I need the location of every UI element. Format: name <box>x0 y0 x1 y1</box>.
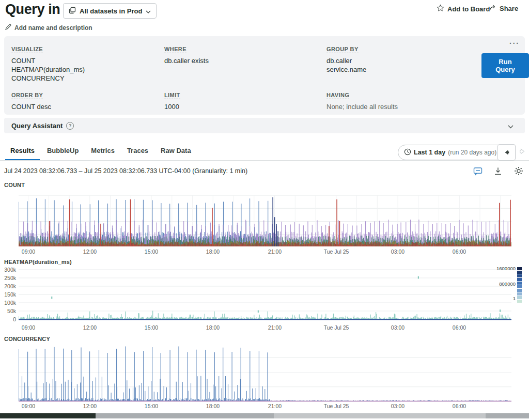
count-chart[interactable] <box>19 194 511 247</box>
tab-metrics[interactable]: Metrics <box>86 143 120 161</box>
heatmap-chart[interactable] <box>19 266 511 322</box>
add-to-board-button[interactable]: Add to Board <box>437 4 490 13</box>
visualize-value[interactable]: COUNT <box>11 56 85 65</box>
having-clause[interactable]: HAVING None; include all results <box>326 90 398 111</box>
heatmap-x-axis: 09:0012:0015:0018:0021:00Tue Jul 2503:00… <box>19 324 511 332</box>
having-label: HAVING <box>326 92 349 99</box>
concurrency-chart-title: CONCURRENCY <box>4 336 50 342</box>
where-clause[interactable]: WHERE db.caller exists <box>164 44 209 65</box>
x-tick-label: 06:00 <box>453 248 466 255</box>
x-tick-label: 06:00 <box>453 324 466 331</box>
concurrency-x-axis: 09:0012:0015:0018:0021:00Tue Jul 2503:00… <box>19 403 511 410</box>
legend-swatch <box>517 278 522 281</box>
share-button[interactable]: Share <box>489 4 518 12</box>
next-query-button[interactable] <box>518 148 526 157</box>
x-tick-label: 03:00 <box>391 324 404 331</box>
share-icon <box>489 4 496 12</box>
visualize-label: VISUALIZE <box>11 46 43 53</box>
x-tick-label: 06:00 <box>453 403 466 409</box>
tab-results[interactable]: Results <box>5 143 40 161</box>
concurrency-chart[interactable] <box>19 343 511 402</box>
tabbar-divider <box>0 160 529 161</box>
x-tick-label: 18:00 <box>206 248 220 255</box>
results-table-edge-segment <box>0 413 96 418</box>
order-by-clause[interactable]: ORDER BY COUNT desc <box>11 90 51 111</box>
visualize-value[interactable]: CONCURRENCY <box>11 74 85 83</box>
previous-query-button[interactable] <box>497 144 516 161</box>
x-tick-label: 18:00 <box>206 403 220 409</box>
legend-swatch <box>517 267 522 270</box>
where-value[interactable]: db.caller exists <box>164 56 209 65</box>
x-tick-label: 12:00 <box>83 248 97 255</box>
y-tick-label: 300k <box>0 267 16 273</box>
x-tick-label: 21:00 <box>268 403 282 409</box>
x-tick-label: Tue Jul 25 <box>324 324 349 331</box>
add-name-description[interactable]: Add name and description <box>5 24 92 32</box>
query-overflow-menu[interactable]: ··· <box>509 39 520 48</box>
count-x-axis: 09:0012:0015:0018:0021:00Tue Jul 2503:00… <box>19 248 511 256</box>
order-by-value[interactable]: COUNT desc <box>11 102 51 111</box>
query-assistant-label: Query Assistant <box>11 122 63 130</box>
help-icon: ? <box>66 122 74 130</box>
chevron-down-icon[interactable] <box>508 122 514 130</box>
star-icon <box>437 4 444 13</box>
x-tick-label: 21:00 <box>268 324 282 331</box>
tab-traces[interactable]: Traces <box>122 143 153 161</box>
x-tick-label: 12:00 <box>83 324 97 331</box>
results-table-edge-segment <box>96 413 274 418</box>
limit-clause[interactable]: LIMIT 1000 <box>164 90 180 111</box>
visualize-clause[interactable]: VISUALIZE COUNT HEATMAP(duration_ms) CON… <box>11 44 85 83</box>
dataset-selector-label: All datasets in Prod <box>80 7 142 15</box>
download-icon[interactable] <box>494 167 502 178</box>
group-by-label: GROUP BY <box>326 46 359 53</box>
x-tick-label: 09:00 <box>22 403 35 409</box>
x-tick-label: 15:00 <box>145 248 158 255</box>
gear-icon[interactable] <box>514 166 523 178</box>
group-by-value[interactable]: service.name <box>326 65 366 74</box>
group-by-clause[interactable]: GROUP BY db.caller service.name <box>326 44 366 74</box>
results-table-edge-segment <box>274 413 486 418</box>
time-range-selector[interactable]: Last 1 day (run 20 days ago) <box>398 145 510 160</box>
limit-value[interactable]: 1000 <box>164 102 180 111</box>
having-value[interactable]: None; include all results <box>326 102 398 111</box>
clock-icon <box>404 148 411 157</box>
comment-icon[interactable] <box>473 167 483 178</box>
chevron-down-icon <box>146 7 151 15</box>
query-builder-panel: VISUALIZE COUNT HEATMAP(duration_ms) CON… <box>4 36 525 115</box>
legend-swatch <box>517 300 522 303</box>
heatmap-legend-mid: 800000 <box>455 281 516 287</box>
heatmap-legend-max: 1600000 <box>455 266 516 271</box>
heatmap-legend-min: 1 <box>455 295 516 301</box>
page-title: Query in <box>5 0 60 19</box>
tab-bubbleup[interactable]: BubbleUp <box>42 143 84 161</box>
tab-raw-data[interactable]: Raw Data <box>155 143 196 161</box>
run-query-button[interactable]: Run Query <box>481 53 529 78</box>
share-label: Share <box>500 5 518 12</box>
x-tick-label: 18:00 <box>206 324 220 331</box>
results-tabbar: Results BubbleUp Metrics Traces Raw Data <box>5 143 196 161</box>
add-to-board-label: Add to Board <box>447 5 490 13</box>
visualize-value[interactable]: HEATMAP(duration_ms) <box>11 65 85 74</box>
order-by-label: ORDER BY <box>11 92 43 99</box>
x-tick-label: 03:00 <box>391 403 404 409</box>
dataset-selector-button[interactable]: All datasets in Prod <box>63 3 157 19</box>
x-tick-label: 09:00 <box>22 248 35 255</box>
y-tick-label: 50k <box>0 308 16 314</box>
legend-swatch <box>517 271 522 274</box>
limit-label: LIMIT <box>164 92 180 99</box>
time-range-summary: Jul 24 2023 08:32:06.733 – Jul 25 2023 0… <box>4 167 247 175</box>
legend-swatch <box>517 296 522 299</box>
count-chart-title: COUNT <box>4 182 25 188</box>
y-tick-label: 150k <box>0 291 16 298</box>
arrow-right-icon <box>518 148 526 155</box>
heatmap-chart-title: HEATMAP(duration_ms) <box>4 259 72 265</box>
y-tick-label: 100k <box>0 300 16 306</box>
x-tick-label: 12:00 <box>83 403 97 409</box>
legend-swatch <box>517 292 522 295</box>
x-tick-label: Tue Jul 25 <box>324 403 349 409</box>
time-range-label: Last 1 day <box>414 149 445 156</box>
query-assistant-bar[interactable]: Query Assistant ? <box>4 118 525 133</box>
group-by-value[interactable]: db.caller <box>326 56 366 65</box>
legend-swatch <box>517 282 522 285</box>
legend-swatch <box>517 285 522 288</box>
